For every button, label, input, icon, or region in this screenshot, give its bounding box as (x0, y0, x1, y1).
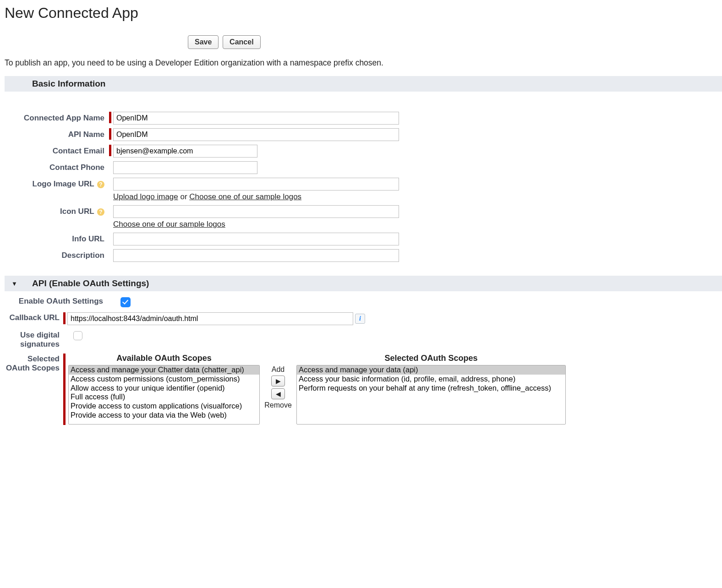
description-input[interactable] (113, 249, 399, 262)
label-logo-url: Logo Image URL ? (5, 178, 109, 189)
scope-option[interactable]: Perform requests on your behalf at any t… (297, 384, 565, 393)
api-name-input[interactable] (113, 128, 399, 141)
scope-option[interactable]: Allow access to your unique identifier (… (69, 384, 259, 393)
selected-scopes-list[interactable]: Access and manage your data (api)Access … (296, 365, 566, 425)
scope-option[interactable]: Provide access to custom applications (v… (69, 402, 259, 411)
section-api-header[interactable]: ▼ API (Enable OAuth Settings) (5, 276, 722, 291)
contact-email-input[interactable] (113, 145, 257, 158)
required-indicator (63, 354, 66, 425)
help-icon[interactable]: ? (97, 181, 104, 188)
label-contact-phone: Contact Phone (5, 161, 109, 172)
arrow-left-icon: ◀ (276, 390, 281, 397)
label-description: Description (5, 249, 109, 260)
upload-logo-link[interactable]: Upload logo image (113, 192, 178, 201)
required-indicator (109, 112, 111, 123)
save-button[interactable]: Save (188, 35, 219, 49)
label-api-name: API Name (5, 128, 109, 139)
sample-logo-link[interactable]: Choose one of our sample logos (189, 192, 301, 201)
info-url-input[interactable] (113, 233, 399, 245)
label-contact-email: Contact Email (5, 145, 109, 156)
scope-option[interactable]: Access your basic information (id, profi… (297, 375, 565, 384)
publish-note: To publish an app, you need to be using … (5, 58, 722, 68)
label-digital-signatures: Use digital signatures (5, 330, 63, 349)
section-basic-header: Basic Information (5, 76, 722, 92)
label-icon-url: Icon URL ? (5, 205, 109, 216)
help-icon[interactable]: ? (97, 208, 104, 216)
arrow-right-icon: ▶ (276, 377, 281, 385)
required-indicator (63, 312, 66, 324)
remove-scope-button[interactable]: ◀ (271, 388, 285, 399)
available-scopes-title: Available OAuth Scopes (68, 354, 260, 363)
page-title: New Connected App (5, 5, 138, 22)
sample-icon-link[interactable]: Choose one of our sample logos (113, 220, 225, 229)
scope-option[interactable]: Access and manage your data (api) (297, 365, 565, 375)
collapse-arrow-icon[interactable]: ▼ (11, 280, 17, 287)
section-api-title: API (Enable OAuth Settings) (32, 278, 149, 288)
connected-app-name-input[interactable] (113, 112, 399, 125)
callback-url-input[interactable] (67, 312, 353, 325)
scope-option[interactable]: Access custom permissions (custom_permis… (69, 375, 259, 384)
available-scopes-list[interactable]: Access and manage your Chatter data (cha… (68, 365, 260, 425)
required-indicator (109, 145, 111, 156)
label-selected-scopes: Selected OAuth Scopes (5, 354, 63, 373)
add-label: Add (272, 365, 284, 374)
label-info-url: Info URL (5, 233, 109, 244)
label-connected-app-name: Connected App Name (5, 112, 109, 123)
enable-oauth-checkbox[interactable] (120, 297, 131, 307)
cancel-button[interactable]: Cancel (223, 35, 260, 49)
label-enable-oauth: Enable OAuth Settings (5, 296, 108, 306)
icon-url-input[interactable] (113, 205, 399, 218)
digital-signatures-checkbox[interactable] (73, 331, 82, 340)
scope-option[interactable]: Provide access to your data via the Web … (69, 411, 259, 420)
selected-scopes-title: Selected OAuth Scopes (296, 354, 566, 363)
info-icon[interactable]: i (355, 314, 365, 324)
required-legend: = Required Information (5, 92, 722, 108)
logo-or-text: or (178, 192, 190, 201)
contact-phone-input[interactable] (113, 161, 257, 174)
required-indicator (109, 128, 111, 140)
add-scope-button[interactable]: ▶ (271, 376, 285, 387)
logo-url-input[interactable] (113, 178, 399, 191)
scope-option[interactable]: Access and manage your Chatter data (cha… (69, 365, 259, 375)
label-callback-url: Callback URL (5, 312, 63, 322)
remove-label: Remove (264, 401, 292, 409)
scope-option[interactable]: Full access (full) (69, 392, 259, 402)
